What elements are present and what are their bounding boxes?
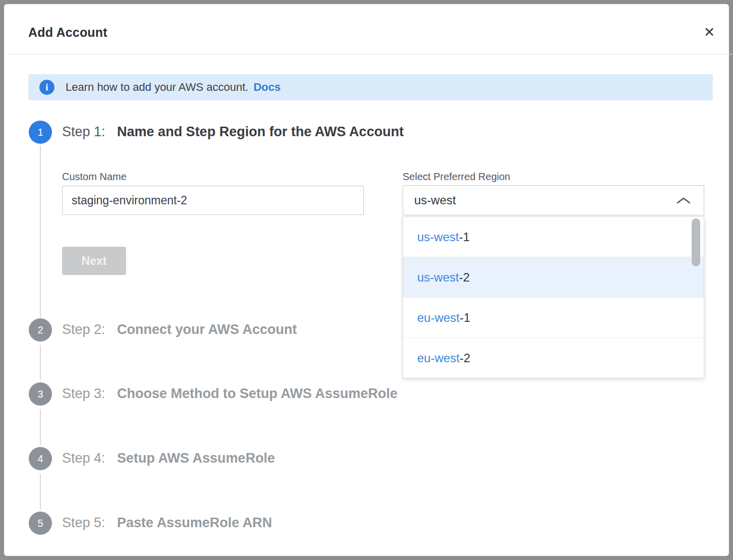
step-5-title: Paste AssumeRole ARN xyxy=(117,515,272,530)
step-4-indicator: 4 xyxy=(29,447,52,470)
region-option-us-west-2[interactable]: us-west-2 xyxy=(403,257,704,298)
step-3-prefix: Step 3: xyxy=(62,386,105,401)
step-4-title: Setup AWS AssumeRole xyxy=(117,451,275,466)
dropdown-scrollbar[interactable] xyxy=(692,218,700,266)
region-option-eu-west-1[interactable]: eu-west-1 xyxy=(403,298,704,338)
step-3-heading: Step 3: Choose Method to Setup AWS Assum… xyxy=(62,386,398,402)
connector-step4-step5 xyxy=(40,474,41,510)
info-banner: i Learn how to add your AWS account. Doc… xyxy=(28,74,713,100)
add-account-modal: Add Account ✕ i Learn how to add your AW… xyxy=(4,4,729,556)
step-1-prefix: Step 1: xyxy=(62,124,105,139)
close-icon[interactable]: ✕ xyxy=(699,22,719,42)
page-title: Add Account xyxy=(28,25,107,40)
page-background: Add Account ✕ i Learn how to add your AW… xyxy=(0,0,733,560)
custom-name-label: Custom Name xyxy=(62,171,127,183)
step-5-heading: Step 5: Paste AssumeRole ARN xyxy=(62,515,272,531)
step-2-title: Connect your AWS Account xyxy=(117,322,297,337)
step-5-prefix: Step 5: xyxy=(62,515,105,530)
step-2-indicator: 2 xyxy=(29,318,52,342)
region-dropdown: us-west-1 us-west-2 eu-west-1 eu-west-2 xyxy=(403,216,704,378)
custom-name-input[interactable] xyxy=(62,186,364,215)
step-4-heading: Step 4: Setup AWS AssumeRole xyxy=(62,451,275,466)
docs-link[interactable]: Docs xyxy=(253,81,280,94)
step-1-indicator: 1 xyxy=(29,121,52,144)
info-icon: i xyxy=(39,80,54,95)
header-divider xyxy=(8,54,733,54)
region-select-value: us-west xyxy=(414,193,676,207)
step-4-prefix: Step 4: xyxy=(62,451,105,466)
region-label: Select Preferred Region xyxy=(403,171,510,183)
step-1-heading: Step 1: Name and Step Region for the AWS… xyxy=(62,124,404,140)
region-select[interactable]: us-west xyxy=(403,185,704,215)
chevron-up-icon xyxy=(676,197,691,204)
region-option-us-west-1[interactable]: us-west-1 xyxy=(403,217,704,257)
step-3-title: Choose Method to Setup AWS AssumeRole xyxy=(117,386,398,401)
step-2-heading: Step 2: Connect your AWS Account xyxy=(62,322,297,338)
connector-step2-step3 xyxy=(40,345,41,380)
connector-step3-step4 xyxy=(40,409,41,445)
connector-step1-step2 xyxy=(40,145,41,317)
banner-text: Learn how to add your AWS account. xyxy=(66,81,248,94)
next-button[interactable]: Next xyxy=(62,247,126,275)
step-5-indicator: 5 xyxy=(29,512,52,535)
step-1-title: Name and Step Region for the AWS Account xyxy=(117,124,404,139)
step-3-indicator: 3 xyxy=(29,382,52,406)
region-option-eu-west-2[interactable]: eu-west-2 xyxy=(403,338,704,378)
step-2-prefix: Step 2: xyxy=(62,322,105,337)
